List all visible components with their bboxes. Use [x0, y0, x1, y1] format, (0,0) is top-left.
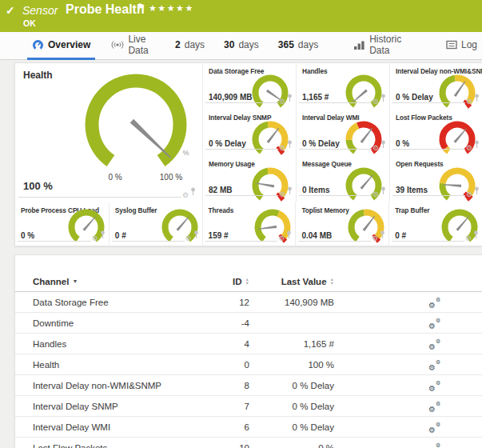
- gear-icon[interactable]: ⚙: [279, 145, 285, 152]
- gear-icon[interactable]: ⚙: [372, 145, 379, 152]
- tab-historic-data[interactable]: Historic Data: [349, 32, 417, 60]
- gauge-label: Trap Buffer: [395, 206, 429, 214]
- gauge-tile[interactable]: Trap Buffer0 #⚙: [388, 202, 482, 246]
- gauge-tile-health[interactable]: Health % 0 % 100 % 100 % ⚙: [15, 63, 202, 202]
- gauge-tile[interactable]: Open Requests39 Items⚙: [389, 156, 482, 202]
- gauge-tile[interactable]: Memory Usage82 MB⚙: [202, 156, 296, 202]
- gear-icon[interactable]: ⚙: [372, 235, 378, 242]
- gear-icon[interactable]: ⚙: [466, 191, 472, 198]
- tab-overview[interactable]: Overview: [27, 32, 95, 60]
- tab-number: 2: [175, 39, 181, 50]
- channel-last-value: 0 % Delay: [249, 396, 334, 417]
- gauge-value: 82 MB: [209, 186, 232, 194]
- channel-actions-cell: ⚙⚙: [334, 375, 482, 396]
- gauge-label: Toplist Memory: [301, 206, 349, 214]
- priority-stars[interactable]: ★★★★★: [149, 3, 194, 14]
- pin-icon[interactable]: [474, 91, 480, 106]
- gauge-tile[interactable]: Interval Delay WMI0 % Delay⚙: [296, 110, 389, 156]
- channel-last-value: 0 %: [249, 438, 334, 448]
- tile-icons: ⚙: [92, 228, 106, 242]
- gear-icon[interactable]: ⚙: [182, 192, 189, 199]
- table-row[interactable]: Handles41,165 #⚙⚙: [15, 334, 482, 354]
- gauge-tile[interactable]: Interval Delay non-WMI&SNMP0 % Delay⚙: [389, 63, 482, 110]
- tab-365-days[interactable]: 365days: [273, 32, 323, 60]
- channel-name: Interval Delay WMI: [15, 417, 219, 438]
- tab-log[interactable]: Log: [441, 32, 482, 60]
- gauge-value: 159 #: [209, 231, 229, 240]
- gear-icon[interactable]: ⚙: [279, 98, 285, 106]
- gear-icon[interactable]: ⚙: [279, 191, 285, 198]
- tile-icons: ⚙: [185, 228, 199, 242]
- channel-actions-cell: ⚙⚙: [334, 417, 482, 438]
- gauge-value: 0 #: [115, 231, 126, 240]
- tab-2-days[interactable]: 2days: [170, 32, 209, 60]
- tab-label: days: [185, 39, 205, 50]
- tile-icons: ⚙: [465, 228, 479, 242]
- gauge-tile[interactable]: Interval Delay SNMP0 % Delay⚙: [202, 110, 296, 156]
- tab-number: 365: [278, 39, 294, 50]
- gear-icon[interactable]: ⚙: [92, 235, 98, 242]
- pin-icon[interactable]: [474, 138, 480, 152]
- pin-icon[interactable]: [380, 138, 386, 152]
- tab-30-days[interactable]: 30days: [219, 32, 264, 60]
- gauge-tile[interactable]: Message Queue0 Items⚙: [296, 156, 389, 202]
- tile-icons: ⚙: [466, 91, 480, 106]
- pin-icon[interactable]: [286, 228, 292, 242]
- channel-name: Health: [15, 354, 219, 375]
- pin-icon[interactable]: [380, 184, 386, 198]
- tile-underline: [392, 195, 465, 196]
- gauge-label: Open Requests: [396, 160, 444, 168]
- column-header-last-value[interactable]: Last Value ▲▼: [249, 271, 334, 292]
- table-row[interactable]: Interval Delay non-WMI&SNMP80 % Delay⚙⚙: [15, 375, 482, 396]
- gear-icon[interactable]: ⚙: [278, 235, 285, 242]
- gear-icon[interactable]: ⚙: [466, 98, 472, 106]
- tile-icons: ⚙: [466, 138, 480, 152]
- gear-icon[interactable]: ⚙: [185, 235, 192, 242]
- gear-icon[interactable]: ⚙: [372, 98, 379, 106]
- gauge-tile[interactable]: Probe Process CPU Load0 %⚙: [15, 202, 109, 246]
- gear-icon[interactable]: ⚙: [465, 235, 472, 242]
- gauge-scale-max: 100 %: [153, 173, 189, 182]
- pin-icon[interactable]: [380, 91, 386, 106]
- status-ok-icon: ✓: [6, 4, 15, 17]
- gauge-tile[interactable]: Lost Flow Packets0 %⚙: [389, 110, 482, 156]
- tile-underline: [112, 241, 185, 242]
- pin-icon[interactable]: [100, 228, 106, 242]
- pin-icon[interactable]: [287, 91, 293, 106]
- gauge-value: 0 % Delay: [396, 93, 433, 102]
- table-row[interactable]: Interval Delay SNMP70 % Delay⚙⚙: [15, 396, 482, 417]
- pin-icon[interactable]: [190, 185, 196, 199]
- gauge-label: Handles: [302, 67, 328, 75]
- channel-id: 12: [219, 292, 249, 313]
- gauge-tile[interactable]: Syslog Buffer0 #⚙: [109, 202, 202, 246]
- table-row[interactable]: Lost Flow Packets100 %⚙⚙: [15, 438, 482, 448]
- pin-icon[interactable]: [287, 184, 293, 198]
- channel-name: Downtime: [15, 313, 219, 334]
- pin-icon[interactable]: [193, 228, 199, 242]
- pin-icon[interactable]: [380, 228, 385, 242]
- channel-id: 10: [219, 438, 249, 448]
- gear-icon[interactable]: ⚙: [372, 191, 379, 198]
- pin-icon[interactable]: [474, 184, 480, 198]
- tab-live-data[interactable]: Live Data: [106, 32, 164, 60]
- tile-icons: ⚙: [372, 228, 385, 242]
- pin-icon[interactable]: [287, 138, 293, 152]
- table-row[interactable]: Downtime-4⚙⚙: [15, 313, 482, 334]
- gauge-tile[interactable]: Threads159 #⚙: [202, 202, 296, 246]
- priority-flag-icon[interactable]: ⚑: [137, 2, 145, 12]
- column-header-channel[interactable]: Channel ▼: [15, 271, 219, 292]
- pin-icon[interactable]: [473, 228, 479, 242]
- gauge-tile[interactable]: Toplist Memory0.04 MB⚙: [295, 202, 388, 246]
- table-row[interactable]: Interval Delay WMI60 % Delay⚙⚙: [15, 417, 482, 438]
- table-row[interactable]: Health0100 %⚙⚙: [15, 354, 482, 375]
- gauge-tile[interactable]: Data Storage Free140,909 MB⚙: [202, 63, 296, 110]
- gear-icon[interactable]: ⚙: [466, 145, 472, 152]
- channels-table: Channel ▼ ID ▲▼ Last Value ▲▼ Data Stora…: [15, 271, 482, 448]
- signal-icon: [111, 39, 124, 50]
- gauge-value: 39 Items: [396, 186, 428, 194]
- table-row[interactable]: Data Storage Free12140,909 MB⚙⚙: [15, 292, 482, 313]
- tab-label: days: [298, 39, 318, 50]
- tile-icons: ⚙: [182, 185, 196, 199]
- column-header-id[interactable]: ID ▲▼: [219, 271, 249, 292]
- gauge-tile[interactable]: Handles1,165 #⚙: [296, 63, 389, 110]
